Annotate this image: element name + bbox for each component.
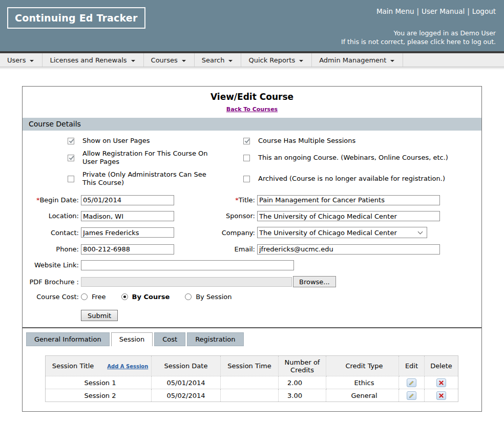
- company-select-wrap: The University of Chicago Medical Center: [257, 227, 427, 238]
- checkbox-cell: Show on User Pages: [23, 137, 238, 145]
- allow-registration-checkbox[interactable]: [68, 155, 74, 161]
- location-input[interactable]: [81, 211, 174, 221]
- table-row: Session 1 05/01/2014 2.00 Ethics: [46, 376, 458, 389]
- radio-option: Free: [81, 293, 106, 301]
- chevron-down-icon: [299, 60, 303, 62]
- session-date-header: Session Date: [152, 356, 221, 376]
- multiple-sessions-label: Course Has Multiple Sessions: [258, 137, 355, 145]
- cost-by-session-radio[interactable]: [185, 293, 192, 300]
- menu-item-quick-reports[interactable]: Quick Reports: [241, 53, 312, 67]
- phone-input[interactable]: [81, 244, 174, 255]
- company-select[interactable]: The University of Chicago Medical Center: [257, 227, 427, 238]
- add-a-session-link[interactable]: Add A Session: [107, 364, 148, 369]
- chevron-down-icon: [228, 60, 233, 62]
- edit-header: Edit: [399, 356, 425, 376]
- menu-item-label: Quick Reports: [248, 56, 295, 64]
- field-control: [79, 227, 180, 238]
- user-manual-link[interactable]: User Manual: [422, 7, 465, 15]
- table-header-row: Session TitleAdd A Session Session Date …: [46, 356, 458, 376]
- phone-label: Phone:: [23, 245, 79, 253]
- menu-shadow: [0, 67, 504, 70]
- multiple-sessions-checkbox[interactable]: [243, 138, 250, 144]
- private-course-label: Private (Only Administrators Can See Thi…: [82, 171, 220, 187]
- edit-icon[interactable]: [407, 378, 416, 387]
- tab-general-information[interactable]: General Information: [26, 332, 110, 346]
- cost-free-radio[interactable]: [81, 293, 88, 300]
- checkbox-cell: Private (Only Administrators Can See Thi…: [23, 171, 238, 187]
- sponsor-input[interactable]: [257, 211, 440, 221]
- cost-free-label: Free: [92, 293, 106, 301]
- credits-cell: 3.00: [279, 389, 326, 402]
- company-label: Company:: [180, 229, 255, 237]
- title-input[interactable]: [257, 195, 440, 205]
- field-control: [255, 244, 481, 255]
- sessions-table-wrap: Session TitleAdd A Session Session Date …: [45, 355, 481, 402]
- chevron-down-icon: [390, 60, 394, 62]
- tab-registration[interactable]: Registration: [187, 332, 243, 346]
- show-on-user-pages-checkbox[interactable]: [68, 138, 74, 144]
- field-control: The University of Chicago Medical Center: [255, 227, 481, 238]
- edit-cell: [399, 389, 425, 402]
- menu-item-label: Users: [7, 56, 26, 64]
- login-note: If this is not correct, please click her…: [341, 37, 496, 46]
- credits-cell: 2.00: [279, 376, 326, 389]
- link-separator: |: [417, 7, 419, 15]
- field-row: Phone: Email:: [23, 244, 481, 255]
- checkbox-row: Show on User Pages Course Has Multiple S…: [23, 137, 481, 145]
- website-link-label: Website Link:: [23, 261, 79, 269]
- email-input[interactable]: [257, 244, 440, 255]
- private-course-checkbox[interactable]: [68, 176, 74, 182]
- checkbox-cell: Course Has Multiple Sessions: [238, 137, 481, 145]
- allow-registration-label: Allow Registration For This Course On Us…: [82, 150, 220, 166]
- tab-cost[interactable]: Cost: [154, 332, 185, 346]
- view-edit-course-panel: View/Edit Course Back To Courses Course …: [22, 86, 482, 412]
- delete-icon[interactable]: [436, 391, 446, 400]
- submit-button[interactable]: Submit: [81, 310, 118, 321]
- app-logo: Continuing Ed Tracker: [7, 7, 145, 29]
- site-header: Continuing Ed Tracker Main Menu|User Man…: [0, 0, 504, 51]
- menu-item-admin-management[interactable]: Admin Management: [312, 53, 403, 67]
- field-control: [79, 195, 180, 205]
- delete-icon[interactable]: [436, 378, 446, 387]
- edit-icon[interactable]: [407, 391, 416, 400]
- pdf-brochure-file-field[interactable]: [81, 277, 292, 287]
- website-link-input[interactable]: [81, 260, 294, 270]
- session-time-header: Session Time: [221, 356, 279, 376]
- contact-input[interactable]: [81, 227, 174, 238]
- title-label: *Title:: [180, 196, 255, 204]
- menu-item-users[interactable]: Users: [0, 53, 43, 67]
- menu-item-search[interactable]: Search: [195, 53, 242, 67]
- delete-cell: [425, 376, 458, 389]
- browse-button[interactable]: Browse...: [293, 276, 336, 287]
- begin-date-input[interactable]: [81, 195, 174, 205]
- menu-item-label: Licenses and Renewals: [50, 56, 127, 64]
- contact-label: Contact:: [23, 229, 79, 237]
- session-title-cell: Session 1: [46, 376, 152, 389]
- click-here-logout-link[interactable]: click here: [430, 38, 461, 46]
- archived-course-checkbox[interactable]: [243, 176, 250, 182]
- tab-session[interactable]: Session: [111, 332, 153, 346]
- session-time-cell: [221, 389, 279, 402]
- email-label: Email:: [180, 245, 255, 253]
- chevron-down-icon: [131, 60, 135, 62]
- field-control: [79, 260, 481, 271]
- main-menu-link[interactable]: Main Menu: [376, 7, 414, 15]
- field-row: Location: Sponsor:: [23, 211, 481, 222]
- login-note-prefix: If this is not correct, please: [341, 38, 430, 46]
- table-row: Session 2 05/02/2014 3.00 General: [46, 389, 458, 402]
- menu-item-courses[interactable]: Courses: [144, 53, 195, 67]
- cost-by-course-radio[interactable]: [121, 293, 128, 300]
- delete-header: Delete: [425, 356, 458, 376]
- menu-item-licenses-and-renewals[interactable]: Licenses and Renewals: [43, 53, 143, 67]
- field-row: Website Link:: [23, 260, 481, 271]
- ongoing-course-checkbox[interactable]: [243, 155, 250, 161]
- edit-cell: [399, 376, 425, 389]
- show-on-user-pages-label: Show on User Pages: [82, 137, 150, 145]
- logout-link[interactable]: Logout: [472, 7, 496, 15]
- menu-item-label: Courses: [151, 56, 178, 64]
- course-flags: Show on User Pages Course Has Multiple S…: [23, 131, 481, 193]
- back-to-courses-link[interactable]: Back To Courses: [226, 106, 278, 113]
- chevron-down-icon: [182, 60, 186, 62]
- credit-type-cell: General: [326, 389, 399, 402]
- sessions-table: Session TitleAdd A Session Session Date …: [45, 355, 458, 402]
